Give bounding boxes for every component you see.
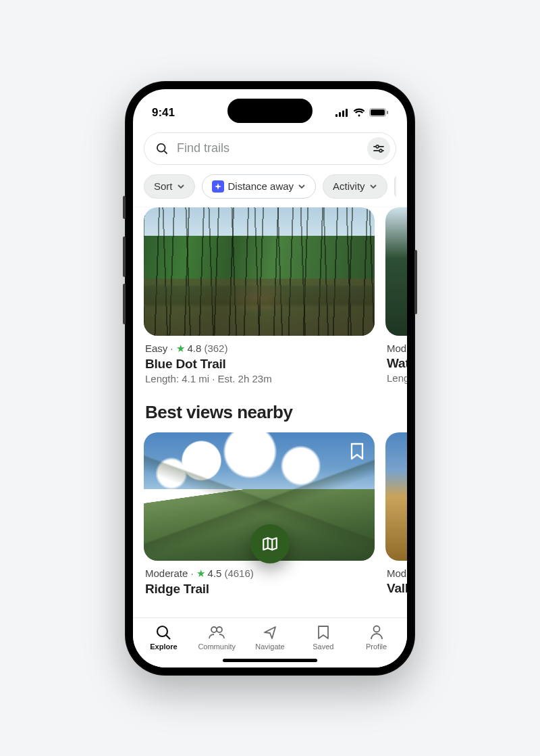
header: Sort Distance away Activity [133,127,407,207]
chevron-down-icon [177,182,185,191]
svg-rect-0 [335,114,338,117]
trail-rating: 4.5 [208,568,222,579]
tab-explore[interactable]: Explore [137,624,190,651]
filter-chips: Sort Distance away Activity [144,174,396,199]
trail-reviews: (4616) [224,568,253,579]
explore-icon [155,624,171,640]
chip-activity-label: Activity [333,180,365,192]
svg-line-14 [167,635,171,639]
chip-sort-label: Sort [154,180,173,192]
tab-label: Profile [366,642,387,651]
saved-icon [317,624,330,640]
trail-reviews: (362) [204,343,227,354]
chip-distance[interactable]: Distance away [202,174,317,199]
bookmark-icon[interactable] [349,442,365,461]
trail-image [385,207,407,336]
search-input[interactable] [176,141,360,156]
sliders-icon [373,144,384,153]
community-icon [208,624,225,640]
screen: 9:41 Sort [133,89,407,667]
dynamic-island [227,99,313,123]
trail-title: Valle [387,581,407,596]
section-heading: Best views nearby [145,402,406,423]
search-bar[interactable] [144,132,396,165]
svg-point-13 [157,626,167,636]
trail-title: Blue Dot Trail [145,357,373,372]
svg-point-10 [376,145,379,148]
volume-up-button [123,236,126,277]
navigate-icon [262,624,278,640]
trail-title: Wate [387,356,407,371]
phone-frame: 9:41 Sort [125,81,415,676]
trail-row: Moderate · ★ 4.5 (4616) Ridge Trail [144,432,407,598]
svg-point-16 [217,627,222,632]
chevron-down-icon [298,182,306,191]
ai-badge-icon [212,180,224,193]
trail-difficulty: Moderate [145,568,188,579]
trail-image [385,432,407,561]
chip-activity[interactable]: Activity [323,174,387,199]
trail-card-peek[interactable]: Moder Valle [385,432,407,598]
tab-profile[interactable]: Profile [350,624,403,651]
trail-difficulty: Easy [145,343,167,354]
map-icon [261,535,279,553]
trail-card-ridge[interactable]: Moderate · ★ 4.5 (4616) Ridge Trail [144,432,375,598]
est-value: 2h 23m [238,373,272,384]
profile-icon [369,624,384,640]
battery-icon [369,108,388,117]
content[interactable]: Easy · ★ 4.8 (362) Blue Dot Trail Length… [133,207,407,618]
filter-button[interactable] [367,137,390,160]
trail-card-peek[interactable]: Moder Wate Lengt [385,207,407,384]
tab-label: Explore [150,642,177,651]
chip-more[interactable] [394,174,396,199]
trail-difficulty: Moder [387,343,407,354]
power-button [414,250,417,314]
star-icon: ★ [196,568,205,580]
svg-point-17 [373,626,379,632]
est-label: Est. [218,373,236,384]
svg-rect-2 [342,110,344,117]
star-icon: ★ [176,343,185,355]
tab-saved[interactable]: Saved [296,624,350,651]
svg-rect-6 [387,111,388,114]
side-button [123,196,126,219]
chip-sort[interactable]: Sort [144,174,195,199]
trail-card-blue-dot[interactable]: Easy · ★ 4.8 (362) Blue Dot Trail Length… [144,207,375,384]
map-button[interactable] [250,524,290,563]
length-label: Length: [145,373,179,384]
trail-image [144,207,375,336]
svg-point-7 [157,143,165,151]
svg-rect-5 [371,109,385,116]
svg-line-8 [164,151,167,153]
status-time: 9:41 [152,106,175,120]
length-value: 4.1 mi [182,373,209,384]
trail-row: Easy · ★ 4.8 (362) Blue Dot Trail Length… [144,207,407,384]
chip-distance-label: Distance away [228,180,294,192]
tab-label: Saved [313,642,333,651]
cellular-icon [335,109,349,117]
tab-label: Community [198,642,236,651]
chevron-down-icon [369,182,377,191]
tab-label: Navigate [255,642,284,651]
wifi-icon [353,108,365,117]
home-indicator[interactable] [223,659,317,662]
trail-title: Ridge Trail [145,582,373,597]
search-icon [155,142,169,155]
tab-navigate[interactable]: Navigate [244,624,297,651]
volume-down-button [123,284,126,324]
trail-difficulty: Moder [387,568,407,579]
svg-point-12 [379,149,382,152]
tab-community[interactable]: Community [190,624,244,651]
trail-rating: 4.8 [188,343,202,354]
svg-point-15 [211,627,217,632]
svg-rect-3 [346,109,348,117]
trail-sub: Lengt [387,372,407,384]
svg-rect-1 [339,112,341,117]
